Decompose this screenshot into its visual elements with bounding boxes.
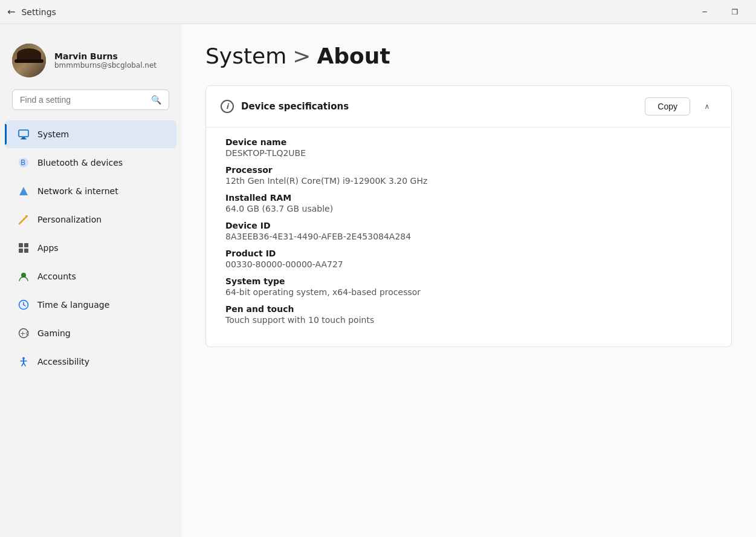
user-name: Marvin Burns bbox=[54, 51, 157, 61]
spec-row: Pen and touchTouch support with 10 touch… bbox=[225, 304, 712, 325]
spec-value: DESKTOP-TLQ2UBE bbox=[225, 148, 712, 158]
spec-label: Pen and touch bbox=[225, 304, 712, 314]
svg-rect-7 bbox=[25, 215, 28, 217]
user-info: Marvin Burns bmmmburns@sbcglobal.net bbox=[54, 51, 157, 70]
system-icon bbox=[17, 128, 30, 141]
search-icon: 🔍 bbox=[151, 95, 161, 105]
avatar-image bbox=[12, 44, 46, 77]
sidebar-item-label-bluetooth: Bluetooth & devices bbox=[37, 158, 123, 168]
accessibility-icon bbox=[17, 355, 30, 368]
svg-rect-8 bbox=[19, 243, 23, 247]
spec-label: Device ID bbox=[225, 221, 712, 230]
sidebar-item-label-accessibility: Accessibility bbox=[37, 357, 89, 366]
network-icon bbox=[17, 184, 30, 198]
bluetooth-icon: B bbox=[17, 156, 30, 169]
time-icon bbox=[17, 298, 30, 311]
spec-row: Product ID00330-80000-00000-AA727 bbox=[225, 249, 712, 269]
copy-button[interactable]: Copy bbox=[645, 97, 690, 116]
spec-value: Touch support with 10 touch points bbox=[225, 315, 712, 325]
device-specs-card: i Device specifications Copy ∧ Device na… bbox=[205, 85, 732, 347]
svg-marker-5 bbox=[19, 187, 28, 195]
svg-rect-10 bbox=[19, 249, 23, 253]
spec-row: Processor12th Gen Intel(R) Core(TM) i9-1… bbox=[225, 165, 712, 186]
sidebar-item-label-accounts: Accounts bbox=[37, 272, 76, 281]
svg-line-6 bbox=[19, 216, 27, 224]
spec-row: Installed RAM64.0 GB (63.7 GB usable) bbox=[225, 193, 712, 213]
avatar bbox=[12, 44, 46, 77]
spec-value: 64.0 GB (63.7 GB usable) bbox=[225, 204, 712, 213]
apps-icon bbox=[17, 241, 30, 255]
specs-body: Device nameDESKTOP-TLQ2UBEProcessor12th … bbox=[206, 128, 731, 347]
user-email: bmmmburns@sbcglobal.net bbox=[54, 61, 157, 70]
sidebar-item-network[interactable]: Network & internet bbox=[5, 177, 176, 205]
main-content: System > About i Device specifications C… bbox=[181, 24, 756, 537]
sidebar-item-accessibility[interactable]: Accessibility bbox=[5, 348, 176, 376]
sidebar-item-apps[interactable]: Apps bbox=[5, 234, 176, 262]
spec-label: Device name bbox=[225, 137, 712, 147]
maximize-button[interactable]: ❐ bbox=[721, 2, 749, 22]
info-icon: i bbox=[221, 100, 234, 113]
app-container: Marvin Burns bmmmburns@sbcglobal.net 🔍 S… bbox=[0, 24, 756, 537]
sidebar-item-system[interactable]: System bbox=[5, 120, 176, 148]
svg-text:B: B bbox=[21, 158, 25, 167]
svg-text:+⊙: +⊙ bbox=[20, 330, 29, 337]
svg-line-21 bbox=[22, 363, 24, 366]
svg-rect-0 bbox=[19, 130, 28, 137]
breadcrumb-current: About bbox=[317, 44, 390, 68]
specs-title: Device specifications bbox=[241, 101, 638, 112]
spec-label: Processor bbox=[225, 165, 712, 175]
minimize-button[interactable]: ─ bbox=[691, 2, 719, 22]
spec-value: 00330-80000-00000-AA727 bbox=[225, 259, 712, 269]
spec-value: 64-bit operating system, x64-based proce… bbox=[225, 287, 712, 297]
nav-list: SystemBBluetooth & devicesNetwork & inte… bbox=[0, 120, 181, 376]
window-controls: ─ ❐ bbox=[691, 2, 749, 22]
spec-value: 8A3EEB36-4E31-4490-AFEB-2E453084A284 bbox=[225, 232, 712, 241]
spec-label: Installed RAM bbox=[225, 193, 712, 203]
sidebar-item-gaming[interactable]: +⊙Gaming bbox=[5, 319, 176, 347]
svg-line-22 bbox=[24, 363, 25, 366]
back-button[interactable]: ← bbox=[7, 6, 15, 18]
spec-row: Device nameDESKTOP-TLQ2UBE bbox=[225, 137, 712, 158]
titlebar: ← Settings ─ ❐ bbox=[0, 0, 756, 24]
sidebar-item-label-apps: Apps bbox=[37, 243, 59, 253]
svg-rect-9 bbox=[24, 243, 28, 247]
spec-value: 12th Gen Intel(R) Core(TM) i9-12900K 3.2… bbox=[225, 176, 712, 186]
spec-label: System type bbox=[225, 276, 712, 286]
svg-rect-11 bbox=[24, 249, 28, 253]
sidebar-item-label-personalization: Personalization bbox=[37, 215, 102, 224]
user-profile: Marvin Burns bmmmburns@sbcglobal.net bbox=[0, 34, 181, 90]
sidebar-item-label-system: System bbox=[37, 129, 69, 139]
search-input[interactable] bbox=[20, 95, 146, 105]
svg-rect-2 bbox=[21, 138, 27, 140]
accounts-icon bbox=[17, 270, 30, 283]
app-title: Settings bbox=[21, 7, 56, 17]
search-container: 🔍 bbox=[0, 90, 181, 120]
sidebar-item-time[interactable]: Time & language bbox=[5, 291, 176, 319]
sidebar-item-bluetooth[interactable]: BBluetooth & devices bbox=[5, 149, 176, 177]
sidebar-item-label-time: Time & language bbox=[37, 300, 109, 310]
search-box: 🔍 bbox=[12, 90, 169, 110]
breadcrumb-separator: > bbox=[292, 44, 311, 68]
spec-row: System type64-bit operating system, x64-… bbox=[225, 276, 712, 297]
spec-row: Device ID8A3EEB36-4E31-4490-AFEB-2E45308… bbox=[225, 221, 712, 241]
personalization-icon bbox=[17, 213, 30, 226]
page-title: System > About bbox=[205, 44, 732, 68]
gaming-icon: +⊙ bbox=[17, 327, 30, 340]
sidebar: Marvin Burns bmmmburns@sbcglobal.net 🔍 S… bbox=[0, 24, 181, 537]
sidebar-item-label-network: Network & internet bbox=[37, 186, 118, 196]
svg-rect-1 bbox=[22, 137, 25, 138]
breadcrumb-parent: System bbox=[205, 44, 286, 68]
collapse-button[interactable]: ∧ bbox=[697, 97, 717, 116]
sidebar-item-accounts[interactable]: Accounts bbox=[5, 262, 176, 290]
spec-label: Product ID bbox=[225, 249, 712, 258]
sidebar-item-label-gaming: Gaming bbox=[37, 328, 71, 338]
sidebar-item-personalization[interactable]: Personalization bbox=[5, 206, 176, 233]
specs-header: i Device specifications Copy ∧ bbox=[206, 86, 731, 128]
